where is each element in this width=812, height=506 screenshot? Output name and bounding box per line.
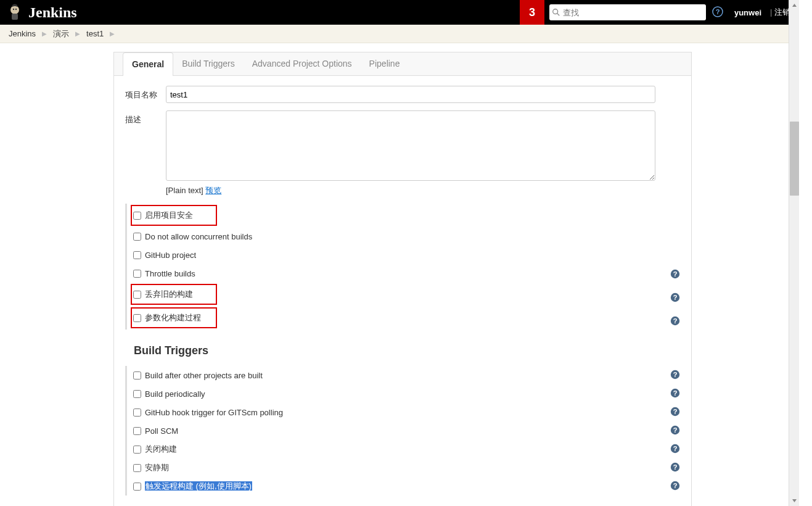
general-option-label[interactable]: 参数化构建过程 — [145, 312, 201, 323]
scrollbar-track[interactable] — [789, 10, 799, 496]
general-option-label[interactable]: 启用项目安全 — [145, 210, 193, 221]
help-icon[interactable]: ? — [670, 388, 680, 400]
svg-text:?: ? — [673, 294, 678, 301]
logo[interactable]: Jenkins — [0, 2, 77, 22]
scroll-down-icon[interactable] — [789, 496, 799, 506]
svg-text:?: ? — [673, 463, 678, 471]
trigger-option-checkbox[interactable] — [133, 464, 141, 472]
trigger-option-checkbox[interactable] — [133, 427, 141, 435]
trigger-option-checkbox[interactable] — [133, 371, 141, 380]
help-icon[interactable]: ? — [670, 481, 680, 492]
trigger-option-label[interactable]: 安静期 — [145, 462, 169, 473]
help-icon[interactable]: ? — [670, 292, 680, 304]
help-icon[interactable]: ? — [670, 407, 680, 418]
general-option-checkbox[interactable] — [133, 291, 141, 299]
description-label: 描述 — [125, 110, 166, 125]
app-name: Jenkins — [28, 4, 77, 21]
search-icon — [552, 8, 560, 17]
help-icon[interactable]: ? — [670, 316, 680, 328]
general-option-checkbox[interactable] — [133, 233, 141, 241]
trigger-option-checkbox[interactable] — [133, 446, 141, 454]
general-option-checkbox[interactable] — [133, 270, 141, 278]
trigger-option-label[interactable]: Poll SCM — [145, 426, 178, 436]
help-icon[interactable]: ? — [670, 269, 680, 281]
svg-text:?: ? — [673, 371, 678, 378]
chevron-right-icon: ▶ — [42, 30, 47, 37]
vertical-scrollbar[interactable] — [789, 0, 799, 506]
general-option-checkbox[interactable] — [133, 212, 141, 220]
tab-general[interactable]: General — [123, 52, 173, 76]
svg-point-3 — [15, 9, 17, 10]
trigger-option-label[interactable]: Build after other projects are built — [145, 371, 263, 380]
trigger-option-label[interactable]: 关闭构建 — [145, 444, 177, 455]
search-input[interactable] — [560, 7, 703, 19]
general-option-checkbox[interactable] — [133, 251, 141, 259]
help-icon[interactable]: ? — [712, 6, 723, 19]
preview-link[interactable]: 预览 — [205, 186, 221, 195]
scroll-up-icon[interactable] — [789, 0, 799, 10]
svg-text:?: ? — [673, 317, 678, 325]
header-bar: Jenkins 3 ? yunwei | 注销 — [0, 0, 799, 25]
tab-build-triggers[interactable]: Build Triggers — [173, 52, 244, 75]
user-name[interactable]: yunwei — [734, 8, 761, 17]
trigger-option-label[interactable]: 触发远程构建 (例如,使用脚本) — [145, 481, 252, 492]
trigger-option-checkbox[interactable] — [133, 483, 141, 491]
help-icon[interactable]: ? — [670, 462, 680, 474]
project-name-input[interactable] — [166, 86, 655, 103]
svg-text:?: ? — [673, 408, 678, 415]
description-textarea[interactable] — [166, 110, 655, 181]
svg-text:?: ? — [716, 8, 720, 15]
chevron-right-icon: ▶ — [110, 30, 115, 37]
svg-line-5 — [557, 14, 560, 16]
search-box[interactable] — [549, 4, 706, 20]
general-option-label[interactable]: Throttle builds — [145, 269, 195, 278]
svg-point-0 — [10, 6, 19, 14]
project-name-label: 项目名称 — [125, 86, 166, 101]
build-triggers-title: Build Triggers — [134, 344, 680, 357]
svg-text:?: ? — [673, 270, 678, 278]
svg-text:?: ? — [673, 482, 678, 489]
notification-badge[interactable]: 3 — [520, 0, 544, 25]
help-icon[interactable]: ? — [670, 370, 680, 381]
general-option-label[interactable]: GitHub project — [145, 251, 196, 260]
breadcrumb: Jenkins ▶ 演示 ▶ test1 ▶ — [0, 25, 799, 43]
svg-point-4 — [553, 9, 558, 14]
general-option-label[interactable]: Do not allow concurrent builds — [145, 232, 252, 241]
config-panel: GeneralBuild TriggersAdvanced Project Op… — [113, 52, 692, 506]
help-icon[interactable]: ? — [670, 444, 680, 455]
svg-text:?: ? — [673, 426, 678, 434]
tab-advanced-project-options[interactable]: Advanced Project Options — [244, 52, 361, 75]
crumb-job[interactable]: test1 — [86, 29, 104, 38]
trigger-option-checkbox[interactable] — [133, 390, 141, 398]
svg-text:?: ? — [673, 445, 678, 452]
chevron-right-icon: ▶ — [75, 30, 80, 37]
plain-text-indicator: [Plain text] — [166, 186, 203, 195]
crumb-folder[interactable]: 演示 — [53, 28, 69, 39]
general-option-checkbox[interactable] — [133, 314, 141, 322]
scrollbar-thumb[interactable] — [790, 122, 799, 196]
trigger-option-label[interactable]: GitHub hook trigger for GITScm polling — [145, 408, 283, 417]
config-tabs: GeneralBuild TriggersAdvanced Project Op… — [114, 52, 691, 76]
build-trigger-options: Build after other projects are built?Bui… — [125, 366, 680, 496]
trigger-option-checkbox[interactable] — [133, 409, 141, 417]
svg-point-2 — [13, 9, 14, 10]
logout-link[interactable]: | 注销 — [770, 7, 790, 18]
general-option-label[interactable]: 丢弃旧的构建 — [145, 289, 193, 300]
jenkins-logo-icon — [5, 2, 25, 22]
help-icon[interactable]: ? — [670, 425, 680, 437]
crumb-jenkins[interactable]: Jenkins — [9, 29, 36, 38]
trigger-option-label[interactable]: Build periodically — [145, 389, 205, 399]
svg-rect-1 — [12, 14, 18, 20]
general-options: 启用项目安全Do not allow concurrent buildsGitH… — [125, 204, 680, 330]
tab-pipeline[interactable]: Pipeline — [361, 52, 409, 75]
svg-text:?: ? — [673, 389, 678, 397]
